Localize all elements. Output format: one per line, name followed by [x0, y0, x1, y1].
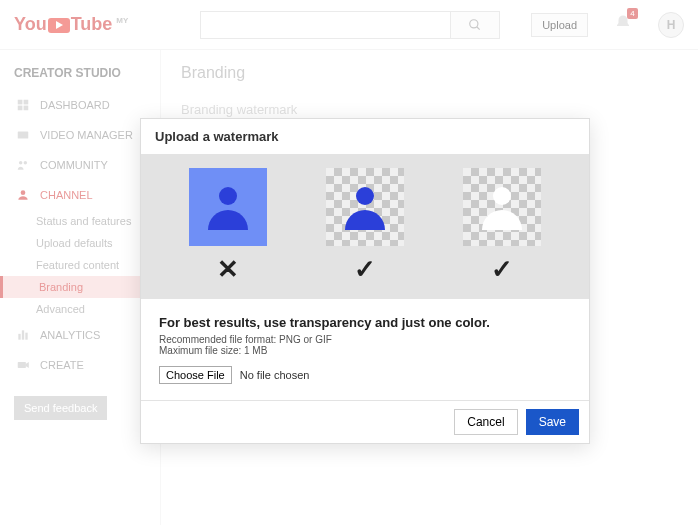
example-tile-transparent-blue [326, 168, 404, 246]
sidebar-item-community[interactable]: COMMUNITY [0, 150, 160, 180]
save-button[interactable]: Save [526, 409, 579, 435]
dialog-body: For best results, use transparency and j… [141, 299, 589, 400]
sidebar-item-video-manager[interactable]: VIDEO MANAGER [0, 120, 160, 150]
dialog-title: Upload a watermark [141, 119, 589, 154]
sub-upload-defaults[interactable]: Upload defaults [0, 232, 160, 254]
check-icon: ✓ [354, 254, 376, 285]
dashboard-icon [14, 98, 32, 112]
section-title: Branding watermark [181, 102, 678, 117]
search-icon [468, 18, 482, 32]
person-icon [479, 184, 525, 230]
sub-advanced[interactable]: Advanced [0, 298, 160, 320]
svg-rect-10 [18, 334, 20, 340]
notifications-button[interactable]: 4 [614, 14, 632, 35]
cancel-button[interactable]: Cancel [454, 409, 517, 435]
send-feedback-button[interactable]: Send feedback [14, 396, 107, 420]
svg-rect-13 [18, 362, 26, 368]
cross-icon: ✕ [217, 254, 239, 285]
sidebar-item-label: CREATE [40, 359, 84, 371]
svg-rect-6 [18, 132, 29, 139]
sub-featured[interactable]: Featured content [0, 254, 160, 276]
file-input-row: Choose File No file chosen [159, 366, 571, 384]
logo-text-you: You [14, 14, 47, 35]
logo-text-tube: Tube [71, 14, 113, 35]
play-icon [48, 18, 70, 33]
person-icon [342, 184, 388, 230]
sub-branding[interactable]: Branding [0, 276, 160, 298]
svg-rect-2 [18, 100, 23, 105]
example-bad: ✕ [189, 168, 267, 285]
example-tile-solid [189, 168, 267, 246]
create-icon [14, 358, 32, 372]
sidebar-item-label: DASHBOARD [40, 99, 110, 111]
upload-watermark-dialog: Upload a watermark ✕ ✓ ✓ For best result… [140, 118, 590, 444]
svg-line-1 [477, 26, 480, 29]
svg-rect-12 [25, 333, 27, 340]
example-good-2: ✓ [463, 168, 541, 285]
sidebar-item-label: CHANNEL [40, 189, 93, 201]
sidebar-item-analytics[interactable]: ANALYTICS [0, 320, 160, 350]
svg-point-7 [19, 161, 23, 165]
example-good-1: ✓ [326, 168, 404, 285]
sidebar: CREATOR STUDIO DASHBOARD VIDEO MANAGER C… [0, 50, 160, 525]
recommended-format: Recommended file format: PNG or GIF [159, 334, 571, 345]
video-icon [14, 128, 32, 142]
sidebar-item-dashboard[interactable]: DASHBOARD [0, 90, 160, 120]
search-button[interactable] [450, 11, 500, 39]
svg-point-9 [21, 190, 26, 195]
check-icon: ✓ [491, 254, 513, 285]
region-code: MY [116, 16, 128, 25]
avatar[interactable]: H [658, 12, 684, 38]
sidebar-item-label: ANALYTICS [40, 329, 100, 341]
choose-file-button[interactable]: Choose File [159, 366, 232, 384]
sidebar-item-label: COMMUNITY [40, 159, 108, 171]
app-header: You Tube MY Upload 4 H [0, 0, 698, 50]
svg-rect-3 [24, 100, 29, 105]
sidebar-item-create[interactable]: CREATE [0, 350, 160, 380]
analytics-icon [14, 328, 32, 342]
svg-point-0 [470, 19, 478, 27]
svg-rect-11 [22, 330, 24, 339]
sub-status[interactable]: Status and features [0, 210, 160, 232]
svg-rect-4 [18, 106, 23, 111]
file-status: No file chosen [240, 369, 310, 381]
upload-button[interactable]: Upload [531, 13, 588, 37]
sidebar-item-label: VIDEO MANAGER [40, 129, 133, 141]
search-box [200, 11, 500, 39]
sidebar-title: CREATOR STUDIO [0, 62, 160, 90]
community-icon [14, 158, 32, 172]
notif-badge: 4 [627, 8, 638, 19]
svg-rect-5 [24, 106, 29, 111]
example-row: ✕ ✓ ✓ [141, 154, 589, 299]
person-icon [205, 184, 251, 230]
channel-icon [14, 188, 32, 202]
sidebar-item-channel[interactable]: CHANNEL [0, 180, 160, 210]
youtube-logo[interactable]: You Tube MY [14, 14, 128, 35]
search-input[interactable] [200, 11, 450, 39]
page-title: Branding [181, 64, 678, 82]
dialog-footer: Cancel Save [141, 400, 589, 443]
example-tile-transparent-white [463, 168, 541, 246]
advice-text: For best results, use transparency and j… [159, 315, 571, 330]
max-file-size: Maximum file size: 1 MB [159, 345, 571, 356]
svg-point-8 [24, 161, 28, 165]
